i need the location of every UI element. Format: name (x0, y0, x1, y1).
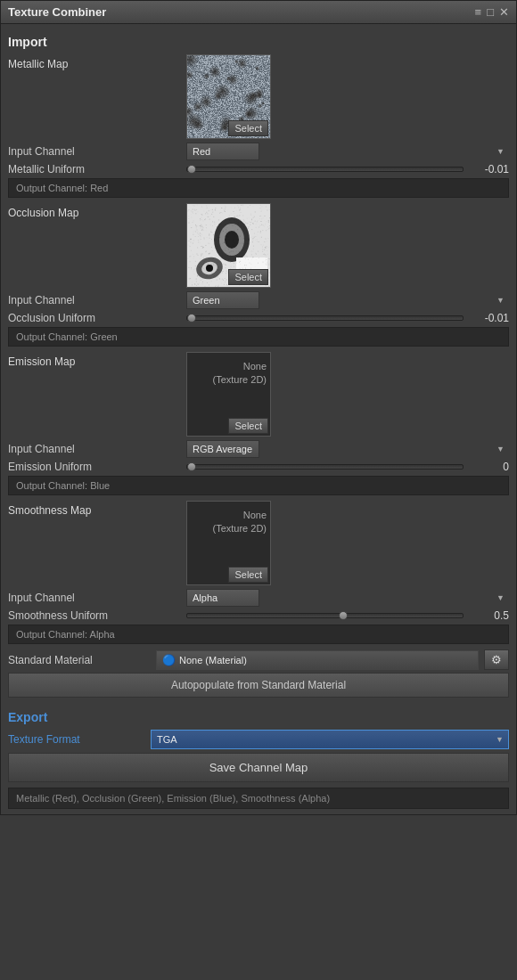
main-content: Import Metallic Map Select Input Channel… (1, 24, 516, 814)
smoothness-map-label: Smoothness Map (8, 501, 186, 517)
close-icon[interactable]: ✕ (499, 5, 509, 19)
smoothness-map-none-text: None (Texture 2D) (212, 509, 267, 536)
channel-info: Metallic (Red), Occlusion (Green), Emiss… (8, 788, 509, 809)
emission-map-none-text: None (Texture 2D) (212, 360, 267, 388)
menu-icon[interactable]: ≡ (475, 5, 482, 19)
metallic-input-channel-label: Input Channel (8, 145, 186, 158)
emission-map-row: Emission Map None (Texture 2D) Select (8, 352, 509, 437)
metallic-input-channel-row: Input Channel Red Green Blue Alpha RGB A… (8, 143, 509, 160)
smoothness-channel-arrow: ▼ (496, 593, 505, 602)
emission-map-thumb: None (Texture 2D) Select (186, 352, 271, 437)
smoothness-select-button[interactable]: Select (228, 567, 268, 583)
texture-format-wrapper: TGA PNG JPG EXR ▼ (151, 730, 509, 749)
occlusion-uniform-thumb[interactable] (187, 314, 196, 323)
smoothness-uniform-thumb[interactable] (339, 611, 348, 620)
occlusion-uniform-track[interactable] (186, 315, 464, 321)
standard-material-row: Standard Material 🔵 None (Material) ⚙ (8, 649, 509, 670)
smoothness-uniform-slider-wrapper: 0.5 (186, 609, 509, 622)
metallic-output-channel: Output Channel: Red (8, 178, 509, 198)
emission-output-channel: Output Channel: Blue (8, 476, 509, 495)
metallic-map-label: Metallic Map (8, 54, 186, 70)
occlusion-uniform-slider-wrapper: -0.01 (186, 312, 509, 324)
metallic-uniform-value: -0.01 (469, 163, 509, 176)
standard-material-value: None (Material) (179, 655, 247, 666)
metallic-uniform-track[interactable] (186, 167, 464, 172)
window-title: Texture Combiner (8, 5, 106, 19)
standard-material-label: Standard Material (8, 654, 151, 666)
metallic-select-button[interactable]: Select (228, 120, 268, 136)
emission-channel-arrow: ▼ (496, 445, 505, 453)
texture-format-label: Texture Format (8, 733, 151, 746)
smoothness-input-channel-row: Input Channel Red Green Blue Alpha RGB A… (8, 589, 509, 607)
smoothness-input-channel-select[interactable]: Red Green Blue Alpha RGB Average (186, 589, 259, 607)
emission-select-button[interactable]: Select (228, 418, 268, 434)
occlusion-map-label: Occlusion Map (8, 203, 186, 219)
metallic-input-channel-wrapper: Red Green Blue Alpha RGB Average ▼ (186, 143, 509, 160)
occlusion-input-channel-wrapper: Red Green Blue Alpha RGB Average ▼ (186, 291, 509, 309)
occlusion-uniform-row: Occlusion Uniform -0.01 (8, 312, 509, 324)
emission-uniform-slider-wrapper: 0 (186, 461, 509, 473)
title-bar: Texture Combiner ≡ □ ✕ (1, 1, 516, 24)
export-section: Export Texture Format TGA PNG JPG EXR ▼ … (8, 710, 509, 809)
title-bar-controls: ≡ □ ✕ (475, 5, 509, 19)
emission-input-channel-label: Input Channel (8, 443, 186, 455)
metallic-uniform-thumb[interactable] (187, 165, 196, 174)
occlusion-uniform-label: Occlusion Uniform (8, 312, 186, 324)
metallic-input-channel-select[interactable]: Red Green Blue Alpha RGB Average (186, 143, 259, 160)
occlusion-channel-arrow: ▼ (496, 296, 505, 305)
standard-material-dropdown[interactable]: 🔵 None (Material) (156, 650, 479, 670)
smoothness-map-thumb: None (Texture 2D) Select (186, 501, 271, 585)
occlusion-map-row: Occlusion Map Select (8, 203, 509, 288)
metallic-uniform-label: Metallic Uniform (8, 163, 186, 176)
occlusion-map-thumb: Select (186, 203, 271, 288)
occlusion-input-channel-select[interactable]: Red Green Blue Alpha RGB Average (186, 291, 259, 309)
emission-uniform-value: 0 (469, 461, 509, 473)
smoothness-input-channel-wrapper: Red Green Blue Alpha RGB Average ▼ (186, 589, 509, 607)
emission-input-channel-row: Input Channel Red Green Blue Alpha RGB A… (8, 440, 509, 458)
emission-uniform-row: Emission Uniform 0 (8, 461, 509, 473)
emission-input-channel-wrapper: Red Green Blue Alpha RGB Average ▼ (186, 440, 509, 458)
occlusion-select-button[interactable]: Select (228, 269, 268, 285)
emission-uniform-track[interactable] (186, 464, 464, 470)
export-header: Export (8, 710, 509, 724)
emission-uniform-label: Emission Uniform (8, 461, 186, 473)
texture-combiner-window: Texture Combiner ≡ □ ✕ Import Metallic M… (0, 0, 517, 815)
metallic-uniform-row: Metallic Uniform -0.01 (8, 163, 509, 176)
import-header: Import (8, 35, 509, 49)
save-channel-map-button[interactable]: Save Channel Map (8, 753, 509, 782)
texture-format-row: Texture Format TGA PNG JPG EXR ▼ (8, 730, 509, 749)
smoothness-uniform-label: Smoothness Uniform (8, 609, 186, 622)
maximize-icon[interactable]: □ (487, 5, 494, 19)
metallic-channel-arrow: ▼ (496, 147, 505, 156)
emission-input-channel-select[interactable]: Red Green Blue Alpha RGB Average (186, 440, 259, 458)
emission-uniform-thumb[interactable] (187, 462, 196, 471)
occlusion-input-channel-row: Input Channel Red Green Blue Alpha RGB A… (8, 291, 509, 309)
autopopulate-button[interactable]: Autopopulate from Standard Material (8, 673, 509, 698)
metallic-map-row: Metallic Map Select (8, 54, 509, 139)
metallic-map-thumb: Select (186, 54, 271, 139)
texture-format-select[interactable]: TGA PNG JPG EXR (151, 730, 509, 749)
smoothness-uniform-value: 0.5 (469, 609, 509, 622)
occlusion-output-channel: Output Channel: Green (8, 327, 509, 347)
metallic-uniform-slider-wrapper: -0.01 (186, 163, 509, 176)
occlusion-uniform-value: -0.01 (469, 312, 509, 324)
title-bar-left: Texture Combiner (8, 5, 106, 19)
material-sphere-icon: 🔵 (162, 654, 176, 666)
smoothness-uniform-track[interactable] (186, 613, 464, 618)
smoothness-output-channel: Output Channel: Alpha (8, 625, 509, 644)
smoothness-uniform-row: Smoothness Uniform 0.5 (8, 609, 509, 622)
emission-map-label: Emission Map (8, 352, 186, 368)
occlusion-input-channel-label: Input Channel (8, 294, 186, 306)
smoothness-map-row: Smoothness Map None (Texture 2D) Select (8, 501, 509, 585)
smoothness-input-channel-label: Input Channel (8, 592, 186, 604)
standard-material-gear-button[interactable]: ⚙ (484, 649, 509, 670)
